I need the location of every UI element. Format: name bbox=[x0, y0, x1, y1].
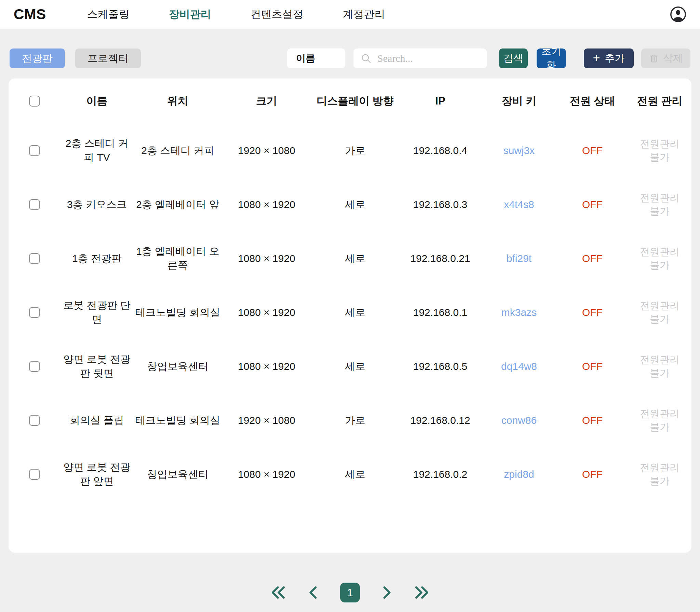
trash-icon bbox=[649, 53, 659, 64]
cell-name: 양면 로봇 전광판 앞면 bbox=[60, 460, 133, 488]
cell-device-key[interactable]: dq14w8 bbox=[481, 361, 557, 372]
cell-ip: 192.168.0.1 bbox=[399, 307, 481, 318]
table-row[interactable]: 2층 스테디 커피 TV 2층 스테디 커피 1920 × 1080 가로 19… bbox=[9, 124, 691, 178]
nav-device-management[interactable]: 장비관리 bbox=[169, 7, 211, 22]
delete-button[interactable]: 삭제 bbox=[641, 48, 690, 68]
table-row[interactable]: 회의실 플립 테크노빌딩 회의실 1920 × 1080 가로 192.168.… bbox=[9, 393, 691, 447]
table-row[interactable]: 3층 키오스크 2층 엘레베이터 앞 1080 × 1920 세로 192.16… bbox=[9, 178, 691, 232]
cell-device-key[interactable]: x4t4s8 bbox=[481, 199, 557, 210]
cell-orientation: 세로 bbox=[311, 198, 399, 212]
row-checkbox[interactable] bbox=[29, 415, 40, 426]
pagination: 1 bbox=[0, 583, 700, 602]
cell-power-mgmt: 전원관리 불가 bbox=[628, 353, 691, 380]
cell-location: 창업보육센터 bbox=[133, 360, 222, 374]
cell-location: 2층 스테디 커피 bbox=[133, 144, 222, 158]
device-type-tabs: 전광판 프로젝터 bbox=[10, 48, 141, 68]
cell-device-key[interactable]: zpid8d bbox=[481, 469, 557, 480]
current-page-button[interactable]: 1 bbox=[340, 583, 360, 602]
chevron-left-icon bbox=[305, 584, 322, 601]
column-header-orientation: 디스플레이 방향 bbox=[311, 94, 399, 108]
cell-size: 1920 × 1080 bbox=[222, 415, 311, 426]
app-logo: CMS bbox=[14, 6, 46, 23]
cell-device-key[interactable]: mk3azs bbox=[481, 307, 557, 318]
main-nav: 스케줄링 장비관리 컨텐츠설정 계정관리 bbox=[87, 7, 385, 22]
cell-power-status: OFF bbox=[557, 253, 628, 264]
table-row[interactable]: 1층 전광판 1층 엘레베이터 오른쪽 1080 × 1920 세로 192.1… bbox=[9, 232, 691, 286]
cell-name: 1층 전광판 bbox=[60, 252, 133, 266]
row-checkbox[interactable] bbox=[29, 307, 40, 318]
cell-name: 로봇 전광판 단면 bbox=[60, 298, 133, 326]
select-all-checkbox[interactable] bbox=[29, 96, 40, 107]
row-checkbox[interactable] bbox=[29, 145, 40, 156]
search-button[interactable]: 검색 bbox=[499, 48, 528, 68]
cell-location: 창업보육센터 bbox=[133, 468, 222, 482]
cell-power-status: OFF bbox=[557, 199, 628, 210]
row-checkbox[interactable] bbox=[29, 199, 40, 210]
cell-power-mgmt: 전원관리 불가 bbox=[628, 245, 691, 272]
search-field-select[interactable]: 이름 bbox=[287, 48, 345, 68]
delete-button-label: 삭제 bbox=[663, 52, 683, 65]
cell-location: 테크노빌딩 회의실 bbox=[133, 414, 222, 428]
column-header-power-mgmt: 전원 관리 bbox=[628, 94, 691, 108]
cell-orientation: 세로 bbox=[311, 360, 399, 374]
top-nav-bar: CMS 스케줄링 장비관리 컨텐츠설정 계정관리 bbox=[0, 0, 700, 29]
nav-account-management[interactable]: 계정관리 bbox=[343, 7, 385, 22]
double-chevron-right-icon bbox=[413, 584, 431, 601]
cell-ip: 192.168.0.21 bbox=[399, 253, 481, 264]
toolbar: 전광판 프로젝터 이름 검색 초기화 + 추가 삭제 bbox=[10, 48, 690, 68]
cell-power-status: OFF bbox=[557, 361, 628, 372]
row-checkbox[interactable] bbox=[29, 469, 40, 480]
row-checkbox[interactable] bbox=[29, 361, 40, 372]
cell-power-status: OFF bbox=[557, 469, 628, 480]
prev-page-button[interactable] bbox=[305, 584, 322, 601]
row-checkbox[interactable] bbox=[29, 253, 40, 264]
user-avatar-icon[interactable] bbox=[670, 6, 686, 23]
cell-device-key[interactable]: suwj3x bbox=[481, 145, 557, 156]
column-header-power-status: 전원 상태 bbox=[557, 94, 628, 108]
cell-orientation: 세로 bbox=[311, 306, 399, 320]
cell-size: 1080 × 1920 bbox=[222, 253, 311, 264]
cell-orientation: 세로 bbox=[311, 252, 399, 266]
last-page-button[interactable] bbox=[413, 584, 431, 601]
cell-power-status: OFF bbox=[557, 415, 628, 426]
reset-button[interactable]: 초기화 bbox=[537, 48, 566, 68]
cell-name: 양면 로봇 전광판 뒷면 bbox=[60, 352, 133, 380]
cell-power-mgmt: 전원관리 불가 bbox=[628, 407, 691, 434]
add-button-label: 추가 bbox=[605, 52, 625, 65]
cell-power-status: OFF bbox=[557, 145, 628, 156]
cell-ip: 192.168.0.4 bbox=[399, 145, 481, 156]
search-field-label: 이름 bbox=[296, 52, 315, 65]
next-page-button[interactable] bbox=[378, 584, 395, 601]
first-page-button[interactable] bbox=[269, 584, 287, 601]
cell-device-key[interactable]: bfi29t bbox=[481, 253, 557, 264]
cell-power-mgmt: 전원관리 불가 bbox=[628, 299, 691, 326]
cell-power-status: OFF bbox=[557, 307, 628, 318]
cell-size: 1080 × 1920 bbox=[222, 361, 311, 372]
column-header-device-key: 장비 키 bbox=[481, 94, 557, 108]
chevron-right-icon bbox=[378, 584, 395, 601]
cell-size: 1080 × 1920 bbox=[222, 199, 311, 210]
cell-name: 3층 키오스크 bbox=[60, 198, 133, 212]
cell-ip: 192.168.0.12 bbox=[399, 415, 481, 426]
cell-power-mgmt: 전원관리 불가 bbox=[628, 137, 691, 164]
table-row[interactable]: 양면 로봇 전광판 뒷면 창업보육센터 1080 × 1920 세로 192.1… bbox=[9, 339, 691, 393]
cell-ip: 192.168.0.2 bbox=[399, 469, 481, 480]
cell-orientation: 가로 bbox=[311, 414, 399, 428]
search-input[interactable] bbox=[377, 53, 480, 64]
column-header-size: 크기 bbox=[222, 94, 311, 108]
table-row[interactable]: 양면 로봇 전광판 앞면 창업보육센터 1080 × 1920 세로 192.1… bbox=[9, 447, 691, 501]
tab-display-board[interactable]: 전광판 bbox=[10, 48, 65, 68]
cell-device-key[interactable]: conw86 bbox=[481, 415, 557, 426]
table-row[interactable]: 로봇 전광판 단면 테크노빌딩 회의실 1080 × 1920 세로 192.1… bbox=[9, 286, 691, 339]
cell-name: 2층 스테디 커피 TV bbox=[60, 137, 133, 165]
cell-size: 1080 × 1920 bbox=[222, 469, 311, 480]
toolbar-right: 이름 검색 초기화 + 추가 삭제 bbox=[287, 48, 690, 68]
tab-projector[interactable]: 프로젝터 bbox=[75, 48, 141, 68]
nav-scheduling[interactable]: 스케줄링 bbox=[87, 7, 130, 22]
cell-location: 2층 엘레베이터 앞 bbox=[133, 198, 222, 212]
column-header-ip: IP bbox=[399, 95, 481, 107]
column-header-location: 위치 bbox=[133, 94, 222, 108]
add-button[interactable]: + 추가 bbox=[584, 48, 634, 68]
cell-location: 1층 엘레베이터 오른쪽 bbox=[133, 245, 222, 273]
nav-content-settings[interactable]: 컨텐츠설정 bbox=[251, 7, 304, 22]
